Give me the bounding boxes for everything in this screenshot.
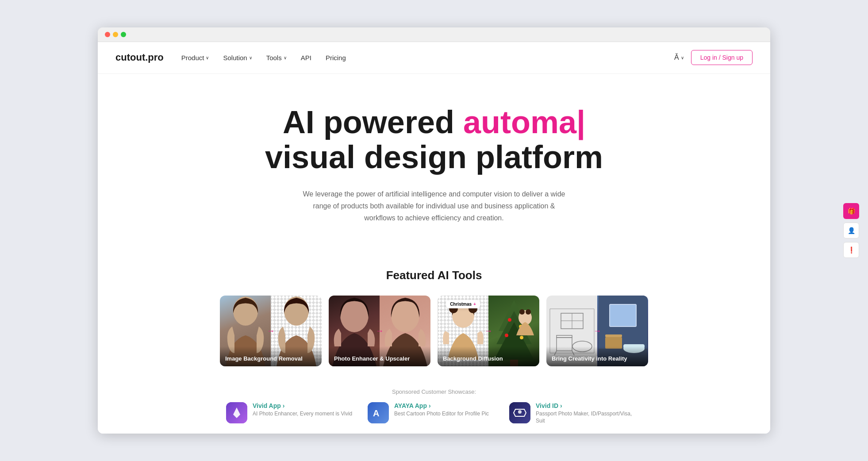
sponsor-card-3[interactable]: Vivid ID › Passport Photo Maker, ID/Pass… [509, 402, 642, 425]
tool-card-label-3: Background Diffusion [438, 346, 539, 366]
user-sidebar-button[interactable]: 👤 [843, 223, 859, 238]
nav-api[interactable]: API [301, 54, 311, 61]
browser-window: cutout.pro Product ∨ Solution ∨ Tools ∨ … [98, 27, 770, 434]
sponsor-name-3[interactable]: Vivid ID › [536, 402, 642, 409]
traffic-light-yellow[interactable] [113, 32, 118, 37]
svg-point-13 [505, 334, 508, 337]
arrow-icon-3: → [484, 326, 492, 335]
christmas-label: Christmas + [446, 300, 480, 308]
tool-card-bg-removal[interactable]: → Image Background Remova [220, 296, 322, 366]
vivid-id-logo [509, 402, 530, 423]
sponsor-desc-2: Best Cartoon Photo Editor for Profile Pi… [394, 410, 500, 418]
sponsor-icon-vivid-id [509, 402, 530, 423]
sponsor-cards: Vivid App › AI Photo Enhancer, Every mom… [115, 402, 753, 425]
tools-grid: → Image Background Remova [115, 296, 753, 366]
chevron-down-icon: ∨ [284, 55, 287, 60]
browser-chrome [98, 27, 770, 42]
site-logo[interactable]: cutout.pro [115, 52, 164, 63]
svg-point-42 [518, 410, 522, 414]
chevron-down-icon: ∨ [681, 55, 684, 60]
vivid-app-logo [226, 402, 247, 423]
hero-title-text: AI powered [283, 104, 463, 140]
hero-title-highlight: automa| [463, 104, 585, 140]
hero-section: AI powered automa| visual design platfor… [98, 74, 770, 269]
traffic-lights [105, 32, 126, 37]
sponsor-icon-ayaya: A [368, 402, 389, 423]
sponsor-desc-3: Passport Photo Maker, ID/Passport/Visa, … [536, 410, 642, 425]
arrow-icon-1: → [267, 326, 275, 335]
nav-links: Product ∨ Solution ∨ Tools ∨ API Pricing [181, 54, 674, 61]
nav-pricing[interactable]: Pricing [326, 54, 346, 61]
svg-text:A: A [373, 408, 379, 418]
nav-tools[interactable]: Tools ∨ [266, 54, 287, 61]
traffic-light-red[interactable] [105, 32, 110, 37]
sponsored-label: Sponsored Customer Showcase: [115, 388, 753, 395]
right-sidebar: 🎁 👤 ❗ [843, 203, 859, 258]
tool-card-label-1: Image Background Removal [220, 346, 322, 366]
arrow-icon-sponsor: › [283, 402, 285, 409]
arrow-icon-sponsor-3: › [560, 402, 562, 409]
arrow-icon-sponsor-2: › [429, 402, 431, 409]
nav-actions: Ă ∨ Log in / Sign up [674, 50, 753, 65]
sponsor-card-2[interactable]: A AYAYA App › Best Cartoon Photo Editor … [368, 402, 500, 425]
nav-product[interactable]: Product ∨ [181, 54, 209, 61]
ayaya-logo: A [368, 402, 389, 423]
tool-card-label-2: Photo Enhancer & Upscaler [329, 346, 430, 366]
gift-sidebar-button[interactable]: 🎁 [843, 203, 859, 219]
nav-solution[interactable]: Solution ∨ [223, 54, 252, 61]
christmas-text: Christmas [450, 302, 472, 307]
browser-body: cutout.pro Product ∨ Solution ∨ Tools ∨ … [98, 42, 770, 434]
hero-subtitle: We leverage the power of artificial inte… [297, 188, 571, 224]
tool-card-label-4: Bring Creativity into Reality [546, 346, 648, 366]
svg-point-16 [519, 309, 525, 315]
sponsor-info-2: AYAYA App › Best Cartoon Photo Editor fo… [394, 402, 500, 418]
hero-title-line2: visual design platform [265, 139, 603, 175]
plus-icon: + [473, 302, 476, 307]
sponsor-name-1[interactable]: Vivid App › [253, 402, 359, 409]
sponsor-info-1: Vivid App › AI Photo Enhancer, Every mom… [253, 402, 359, 418]
arrow-icon-2: → [376, 326, 384, 335]
alert-sidebar-button[interactable]: ❗ [843, 242, 859, 258]
sponsor-name-2[interactable]: AYAYA App › [394, 402, 500, 409]
traffic-light-green[interactable] [121, 32, 126, 37]
translate-icon: Ă [674, 54, 679, 61]
svg-rect-34 [605, 334, 622, 337]
sponsor-icon-vivid-app [226, 402, 247, 423]
navbar: cutout.pro Product ∨ Solution ∨ Tools ∨ … [98, 42, 770, 74]
svg-point-17 [526, 309, 531, 315]
sponsored-section: Sponsored Customer Showcase: Vivid App [98, 384, 770, 434]
sponsor-info-3: Vivid ID › Passport Photo Maker, ID/Pass… [536, 402, 642, 425]
svg-rect-32 [610, 304, 636, 327]
chevron-down-icon: ∨ [206, 55, 209, 60]
sponsor-card-1[interactable]: Vivid App › AI Photo Enhancer, Every mom… [226, 402, 359, 425]
hero-title: AI powered automa| visual design platfor… [115, 105, 753, 175]
arrow-icon-4: → [593, 326, 601, 335]
login-button[interactable]: Log in / Sign up [691, 50, 753, 65]
featured-tools-section: Featured AI Tools [98, 269, 770, 384]
chevron-down-icon: ∨ [249, 55, 252, 60]
tool-card-enhancer[interactable]: → Photo Enhancer & Upscaler [329, 296, 430, 366]
tool-card-diffusion[interactable]: Christmas + [438, 296, 539, 366]
svg-point-11 [508, 318, 511, 322]
svg-point-14 [520, 336, 523, 339]
featured-tools-title: Featured AI Tools [115, 269, 753, 282]
language-selector[interactable]: Ă ∨ [674, 54, 684, 61]
sponsor-desc-1: AI Photo Enhancer, Every moment is Vivid [253, 410, 359, 418]
tool-card-creativity[interactable]: → [546, 296, 648, 366]
